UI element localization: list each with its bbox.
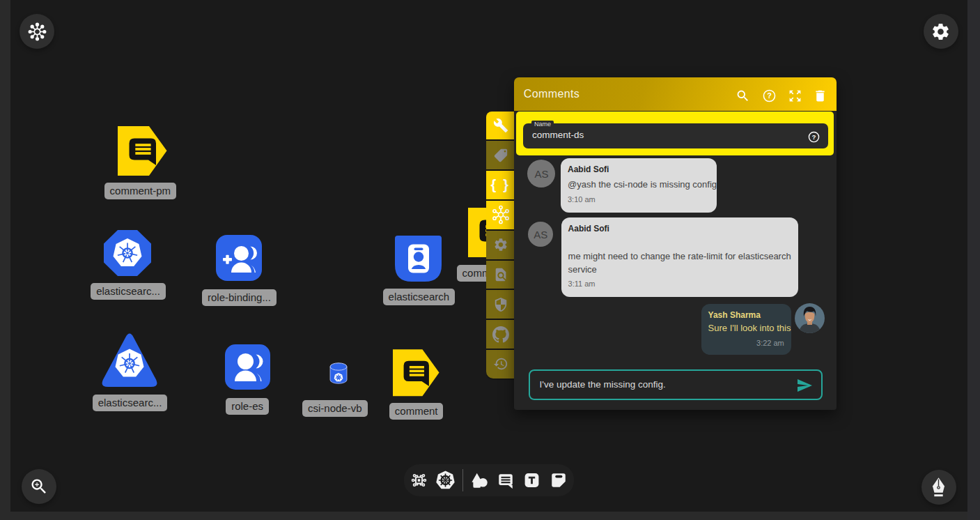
svg-text:?: ? bbox=[767, 91, 772, 100]
svg-text:?: ? bbox=[812, 134, 816, 141]
